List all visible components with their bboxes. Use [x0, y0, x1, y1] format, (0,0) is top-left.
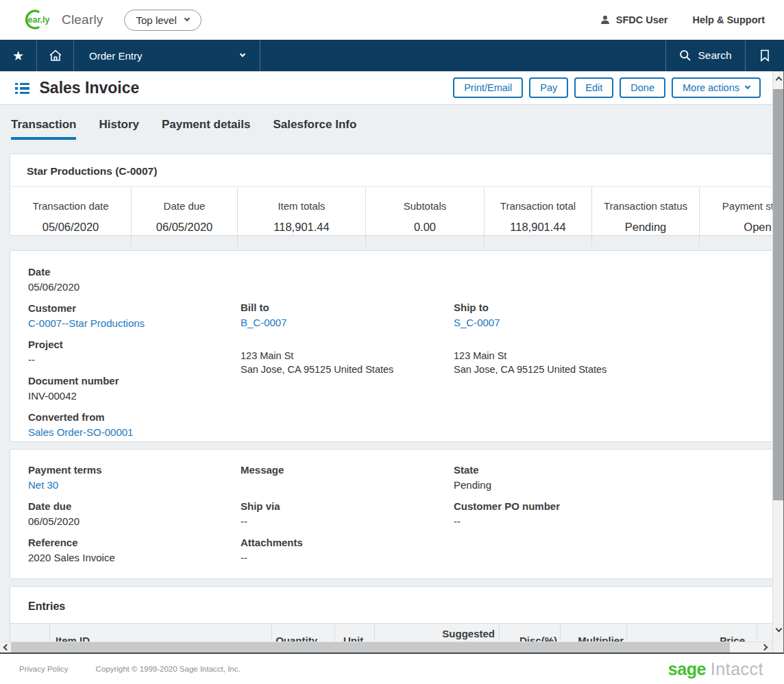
field-bill-to: Bill to B_C-0007 [241, 302, 454, 329]
metric-label: Transaction date [32, 200, 108, 212]
field-label: Ship via [241, 500, 454, 512]
field-value: -- [241, 552, 454, 564]
tab-history[interactable]: History [99, 105, 139, 142]
converted-from-link[interactable]: Sales Order-SO-00001 [28, 426, 241, 439]
field-value: Pending [454, 479, 772, 491]
field-label: Ship to [454, 302, 772, 313]
logo-text: lear.ly [25, 15, 49, 25]
summary-customer-title: Star Productions (C-0007) [10, 165, 772, 186]
horizontal-scrollbar-thumb[interactable] [11, 642, 730, 652]
entity-selector[interactable]: Top level [124, 10, 201, 31]
user-name: SFDC User [616, 14, 668, 25]
metric-date-due: Date due 06/05/2020 [131, 187, 237, 246]
home-button[interactable] [37, 40, 74, 71]
field-ship-to: Ship to S_C-0007 [454, 302, 772, 329]
tab-transaction[interactable]: Transaction [11, 105, 76, 142]
field-document-number: Document number INV-00042 [28, 375, 241, 402]
done-button[interactable]: Done [620, 77, 665, 98]
help-support-link[interactable]: Help & Support [692, 14, 765, 25]
pay-button[interactable]: Pay [529, 77, 568, 98]
content-bottom-border [0, 652, 784, 654]
metric-subtotals: Subtotals 0.00 [365, 187, 484, 246]
edit-button[interactable]: Edit [574, 77, 613, 98]
page-title: Sales Invoice [40, 79, 140, 97]
favorites-button[interactable]: ★ [0, 40, 37, 71]
search-button[interactable]: Search [666, 40, 746, 71]
intacct-logo-text: Intacct [711, 659, 763, 679]
vertical-scrollbar-thumb[interactable] [773, 89, 784, 500]
scroll-right-icon[interactable] [761, 644, 768, 651]
details-left-column: Date 05/06/2020 Customer C-0007--Star Pr… [28, 266, 241, 448]
bill-to-link[interactable]: B_C-0007 [241, 317, 454, 329]
scroll-down-icon[interactable] [776, 626, 783, 633]
main-navbar: ★ Order Entry Search [0, 40, 784, 71]
tab-salesforce-info[interactable]: Salesforce Info [273, 105, 356, 142]
terms-right-column: State Pending Customer PO number -- [454, 464, 772, 578]
field-ship-via: Ship via -- [241, 500, 454, 528]
print-email-button[interactable]: Print/Email [453, 77, 523, 98]
home-icon [48, 49, 63, 62]
navbar-spacer [260, 40, 666, 71]
field-customer: Customer C-0007--Star Productions [28, 302, 241, 330]
field-value: INV-00042 [28, 390, 241, 402]
bookmark-icon [760, 49, 770, 62]
field-label: Document number [28, 375, 241, 387]
bookmark-button[interactable] [746, 40, 784, 71]
field-date-due: Date due 06/05/2020 [28, 500, 241, 528]
list-icon[interactable] [15, 83, 29, 95]
field-label: Bill to [241, 302, 454, 313]
field-label: State [454, 464, 772, 476]
bill-to-address: 123 Main St San Jose, CA 95125 United St… [241, 349, 454, 376]
metric-transaction-status: Transaction status Pending [591, 187, 699, 246]
field-value: 2020 Sales Invoice [28, 552, 241, 564]
metric-value: 118,901.44 [510, 221, 565, 234]
field-label: Date due [28, 500, 241, 512]
field-label: Customer [28, 302, 241, 314]
more-actions-button[interactable]: More actions [672, 77, 761, 98]
field-value: 06/05/2020 [28, 515, 241, 528]
clearly-logo[interactable]: lear.ly Clearly [19, 7, 103, 33]
scroll-up-icon[interactable] [776, 77, 783, 84]
page-title-row: Sales Invoice Print/Email Pay Edit Done … [0, 71, 784, 104]
vertical-scrollbar[interactable] [772, 71, 784, 653]
customer-link[interactable]: C-0007--Star Productions [28, 317, 241, 330]
field-reference: Reference 2020 Sales Invoice [28, 537, 241, 564]
payment-terms-link[interactable]: Net 30 [28, 479, 241, 491]
user-menu[interactable]: SFDC User [600, 14, 668, 25]
terms-middle-column: Message Ship via -- Attachments -- [241, 464, 454, 578]
address-line: San Jose, CA 95125 United States [454, 363, 772, 376]
metric-value: Open [744, 221, 771, 234]
field-label: Payment terms [28, 464, 241, 476]
ship-to-address: 123 Main St San Jose, CA 95125 United St… [454, 349, 772, 376]
metric-label: Transaction status [604, 200, 687, 212]
more-actions-label: More actions [683, 82, 739, 93]
metric-transaction-total: Transaction total 118,901.44 [484, 187, 591, 246]
field-date: Date 05/06/2020 [28, 266, 241, 293]
ship-to-link[interactable]: S_C-0007 [454, 317, 772, 329]
entity-selector-label: Top level [136, 14, 177, 26]
metric-value: 0.00 [414, 221, 436, 234]
field-value: -- [454, 515, 772, 528]
field-value [241, 479, 454, 491]
terms-left-column: Payment terms Net 30 Date due 06/05/2020… [28, 464, 241, 578]
metric-value: Pending [625, 221, 667, 234]
field-value: -- [28, 354, 241, 366]
tab-payment-details[interactable]: Payment details [162, 105, 250, 142]
content-area: Star Productions (C-0007) Transaction da… [0, 142, 772, 652]
metric-value: 06/05/2020 [156, 221, 213, 234]
metric-label: Subtotals [404, 200, 447, 212]
privacy-policy-link[interactable]: Privacy Policy [19, 665, 69, 673]
address-line: San Jose, CA 95125 United States [241, 363, 454, 376]
field-attachments: Attachments -- [241, 537, 454, 564]
metric-label: Payment status [722, 200, 772, 212]
field-value: -- [241, 515, 454, 528]
scroll-left-icon[interactable] [3, 644, 10, 651]
chevron-down-icon [240, 51, 245, 57]
field-label: Customer PO number [454, 500, 772, 512]
module-selector[interactable]: Order Entry [74, 40, 260, 71]
ship-to-column: Ship to S_C-0007 123 Main St San Jose, C… [454, 302, 772, 448]
sage-intacct-logo: sage Intacct [668, 659, 763, 679]
horizontal-scrollbar[interactable] [0, 642, 772, 652]
entries-title: Entries [10, 600, 772, 613]
top-header: lear.ly Clearly Top level SFDC User Help… [0, 0, 784, 40]
